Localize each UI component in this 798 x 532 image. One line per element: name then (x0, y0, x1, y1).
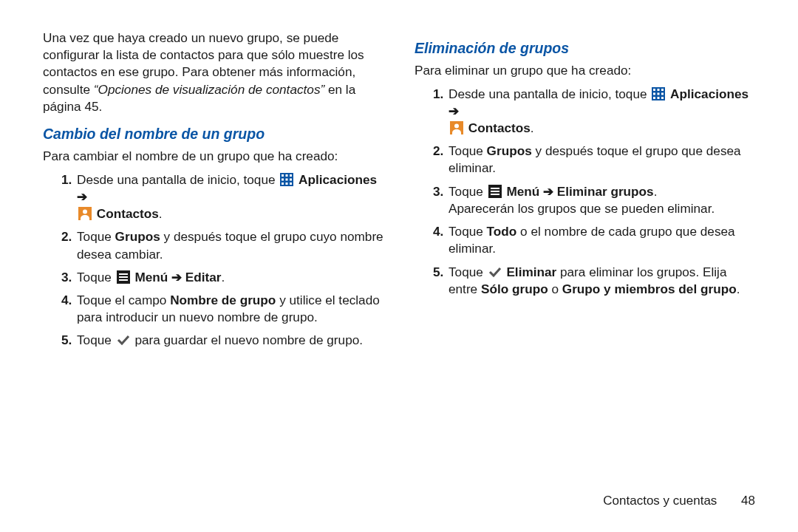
heading-rename-group: Cambio del nombre de un grupo (43, 124, 383, 143)
svg-rect-22 (661, 92, 664, 95)
arrow-icon: ➔ (449, 103, 459, 118)
label-menu: Menú (506, 184, 539, 199)
steps-delete: Desde una pantalla de inicio, toque Apli… (415, 86, 755, 298)
page: Una vez que haya creado un nuevo grupo, … (0, 0, 798, 532)
period: . (159, 206, 163, 221)
svg-rect-29 (491, 188, 499, 189)
step5-or: o (548, 282, 562, 296)
step5-text-a: Toque (77, 332, 115, 347)
intro-ref: “Opciones de visualización de contactos” (94, 82, 324, 97)
step-2: Toque Grupos y después toque el grupo cu… (75, 228, 383, 262)
svg-rect-23 (653, 97, 655, 99)
step1-text-a: Desde una pantalla de inicio, toque (449, 86, 650, 101)
label-group-members: Grupo y miembros del grupo (562, 282, 737, 296)
step5-text-b: para guardar el nuevo nombre de grupo. (134, 332, 363, 347)
step2-text-a: Toque (77, 229, 115, 244)
svg-rect-6 (290, 178, 292, 180)
label-only-group: Sólo grupo (481, 282, 548, 296)
label-groups: Grupos (487, 143, 532, 158)
page-number: 48 (741, 494, 755, 508)
step-2: Toque Grupos y después toque el grupo qu… (447, 143, 755, 177)
label-delete: Eliminar (506, 265, 556, 279)
steps-rename: Desde una pantalla de inicio, toque Apli… (43, 171, 383, 349)
arrow-icon: ➔ (539, 184, 557, 199)
step-1: Desde una pantalla de inicio, toque Apli… (75, 171, 383, 223)
svg-rect-4 (282, 178, 284, 180)
label-edit: Editar (185, 270, 222, 284)
apps-icon (280, 173, 293, 186)
step-5: Toque para guardar el nuevo nombre de gr… (75, 332, 383, 349)
svg-rect-19 (661, 89, 664, 91)
svg-rect-3 (290, 174, 292, 177)
svg-point-11 (83, 210, 87, 214)
svg-rect-31 (491, 194, 499, 195)
step5-text-a: Toque (449, 265, 487, 279)
arrow-icon: ➔ (168, 270, 185, 284)
period: . (531, 120, 534, 135)
svg-rect-9 (290, 183, 292, 185)
svg-rect-25 (661, 97, 664, 99)
contacts-icon (78, 207, 92, 220)
heading-delete-groups: Eliminación de grupos (415, 38, 755, 58)
label-group-name: Nombre de grupo (170, 293, 276, 307)
label-menu: Menú (134, 270, 168, 284)
svg-rect-14 (119, 276, 128, 278)
step-5: Toque Eliminar para eliminar los grupos.… (447, 264, 755, 298)
checkmark-icon (488, 265, 502, 279)
right-column: Eliminación de grupos Para eliminar un g… (415, 30, 755, 532)
intro-paragraph: Una vez que haya creado un nuevo grupo, … (43, 30, 383, 115)
svg-rect-30 (491, 191, 499, 192)
page-footer: Contactos y cuentas 48 (603, 494, 755, 508)
label-applications: Aplicaciones (670, 86, 748, 101)
svg-rect-15 (119, 279, 128, 281)
step1-text-a: Desde una pantalla de inicio, toque (77, 172, 279, 187)
step3-text-a: Toque (449, 184, 487, 199)
step-3: Toque Menú ➔ Editar. (75, 269, 383, 286)
period: . (737, 282, 740, 296)
menu-icon (488, 185, 502, 198)
label-contacts: Contactos (468, 120, 531, 135)
step-1: Desde una pantalla de inicio, toque Apli… (447, 86, 755, 137)
step-4: Toque Todo o el nombre de cada grupo que… (447, 223, 755, 257)
period: . (222, 270, 225, 284)
svg-rect-21 (658, 92, 660, 95)
step2-text-a: Toque (449, 143, 487, 158)
left-column: Una vez que haya creado un nuevo grupo, … (43, 30, 383, 532)
svg-rect-24 (658, 97, 660, 99)
label-applications: Aplicaciones (299, 172, 377, 187)
footer-section: Contactos y cuentas (603, 494, 717, 508)
svg-rect-7 (282, 183, 284, 185)
lede-rename: Para cambiar el nombre de un grupo que h… (43, 148, 383, 165)
contacts-icon (450, 121, 463, 134)
svg-rect-1 (282, 174, 284, 177)
lede-delete: Para eliminar un grupo que ha creado: (415, 62, 755, 79)
svg-point-27 (454, 123, 459, 128)
step4-text-a: Toque (449, 224, 487, 239)
step4-text-a: Toque el campo (77, 293, 170, 307)
step3-text-a: Toque (77, 270, 115, 284)
apps-icon (652, 87, 665, 100)
svg-rect-5 (286, 178, 288, 180)
svg-rect-8 (286, 183, 288, 185)
svg-rect-2 (286, 174, 288, 177)
checkmark-icon (117, 333, 130, 347)
label-contacts: Contactos (97, 206, 159, 221)
label-delete-groups: Eliminar grupos (557, 184, 654, 199)
svg-rect-17 (653, 89, 655, 91)
step-3: Toque Menú ➔ Eliminar grupos. Aparecerán… (447, 183, 755, 217)
svg-rect-18 (658, 89, 660, 91)
step3-more: Aparecerán los grupos que se pueden elim… (449, 201, 715, 216)
svg-rect-13 (119, 273, 128, 275)
label-groups: Grupos (115, 229, 160, 244)
period: . (654, 184, 658, 199)
label-all: Todo (487, 224, 517, 239)
menu-icon (117, 270, 130, 284)
arrow-icon: ➔ (77, 189, 87, 204)
step-4: Toque el campo Nombre de grupo y utilice… (75, 292, 383, 326)
svg-rect-20 (653, 92, 655, 95)
